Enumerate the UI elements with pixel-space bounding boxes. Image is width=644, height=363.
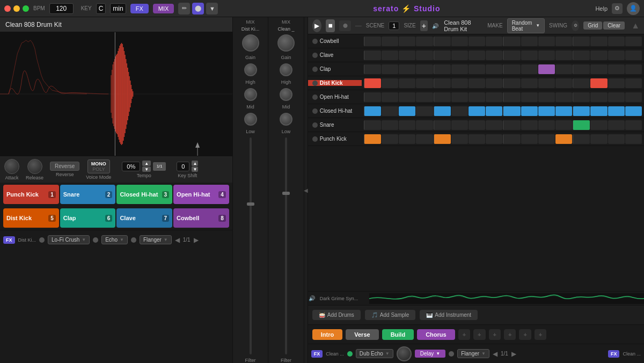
drum-step[interactable] <box>434 50 451 60</box>
drum-step[interactable] <box>555 134 572 144</box>
fx-button[interactable]: FX <box>130 4 149 13</box>
drum-step[interactable] <box>555 50 572 60</box>
key-shift-down[interactable]: ▼ <box>192 166 198 172</box>
drum-step[interactable] <box>608 120 625 130</box>
drum-step[interactable] <box>364 92 381 102</box>
fx-prev[interactable]: ◀ <box>175 236 180 244</box>
drum-mute-icon[interactable] <box>312 108 318 114</box>
drum-step[interactable] <box>382 78 398 88</box>
drum-step[interactable] <box>451 64 468 74</box>
stop-button[interactable]: ■ <box>326 19 335 32</box>
add-instrument-button[interactable]: 🎹Add Instrument <box>420 310 478 320</box>
minus-btn[interactable]: — <box>355 21 362 30</box>
section-btn-empty[interactable]: + <box>458 329 470 340</box>
drum-step[interactable] <box>469 134 485 144</box>
drum-step[interactable] <box>382 92 398 102</box>
drum-step[interactable] <box>590 120 607 130</box>
drum-step[interactable] <box>382 50 398 60</box>
key-shift-value[interactable]: 0 <box>177 162 189 171</box>
drum-step[interactable] <box>625 120 642 130</box>
drum-step[interactable] <box>521 78 538 88</box>
delay-select[interactable]: Delay▼ <box>415 350 446 358</box>
fx-select-3[interactable]: Flanger▼ <box>140 235 172 244</box>
mix-col1-low-knob[interactable] <box>244 113 257 126</box>
drum-step[interactable] <box>364 64 381 74</box>
drum-step[interactable] <box>469 78 485 88</box>
drum-step[interactable] <box>469 120 485 130</box>
drum-step[interactable] <box>590 92 607 102</box>
drum-step[interactable] <box>521 92 538 102</box>
drum-mute-icon[interactable] <box>312 81 318 86</box>
drum-step[interactable] <box>486 37 502 46</box>
drum-step[interactable] <box>416 37 433 46</box>
drum-step[interactable] <box>416 78 433 88</box>
edit-icon[interactable]: ✏ <box>178 3 190 14</box>
drum-step[interactable] <box>555 120 572 130</box>
release-knob[interactable] <box>27 159 42 174</box>
key-value[interactable]: C <box>96 3 106 14</box>
drum-step[interactable] <box>590 50 607 60</box>
drum-step[interactable] <box>382 106 398 116</box>
drum-step[interactable] <box>364 50 381 60</box>
pad-clap[interactable]: Clap6 <box>60 208 116 228</box>
mix-col1-gain-knob[interactable] <box>242 34 259 52</box>
drum-step[interactable] <box>451 134 468 144</box>
drum-step[interactable] <box>590 78 607 88</box>
drum-step[interactable] <box>625 37 642 46</box>
drum-step[interactable] <box>399 92 415 102</box>
drum-step[interactable] <box>399 78 415 88</box>
swing-knob[interactable]: ⚙ <box>572 20 579 31</box>
drum-step[interactable] <box>555 92 572 102</box>
drum-step[interactable] <box>469 92 485 102</box>
drum-step[interactable] <box>521 37 538 46</box>
section-btn-intro[interactable]: Intro <box>312 329 342 340</box>
drum-step[interactable] <box>521 134 538 144</box>
drum-step[interactable] <box>434 78 451 88</box>
drum-step[interactable] <box>573 120 590 130</box>
drum-step[interactable] <box>573 37 590 46</box>
drum-step[interactable] <box>503 134 520 144</box>
drum-step[interactable] <box>451 92 468 102</box>
section-btn-empty[interactable]: + <box>504 329 516 340</box>
drum-step[interactable] <box>590 106 607 116</box>
drum-step[interactable] <box>364 37 381 46</box>
drum-step[interactable] <box>625 64 642 74</box>
fx-toggle-2[interactable] <box>93 237 98 243</box>
drum-step[interactable] <box>538 50 555 60</box>
scene-value[interactable]: 1 <box>389 21 399 30</box>
drum-step[interactable] <box>486 120 502 130</box>
drum-step[interactable] <box>503 50 520 60</box>
section-btn-build[interactable]: Build <box>382 329 414 340</box>
strip-collapse-btn[interactable]: ◀ <box>304 17 308 363</box>
drum-step[interactable] <box>486 64 502 74</box>
fx-select-2[interactable]: Echo▼ <box>101 235 128 244</box>
drum-step[interactable] <box>573 78 590 88</box>
drum-step[interactable] <box>399 120 415 130</box>
drum-step[interactable] <box>590 134 607 144</box>
mix-col2-mid-knob[interactable] <box>280 88 292 101</box>
drum-step[interactable] <box>625 78 642 88</box>
drum-step[interactable] <box>451 106 468 116</box>
drum-step[interactable] <box>503 37 520 46</box>
drum-step[interactable] <box>555 37 572 46</box>
drum-step[interactable] <box>521 106 538 116</box>
loop-indicator[interactable]: ⬤ <box>339 20 351 31</box>
drum-step[interactable] <box>608 106 625 116</box>
drum-step[interactable] <box>434 92 451 102</box>
fx-toggle-1[interactable] <box>39 237 45 243</box>
drum-step[interactable] <box>625 134 642 144</box>
clear-button[interactable]: Clear <box>603 21 625 30</box>
more-icon[interactable]: ▼ <box>206 3 218 14</box>
right-fx-select-1[interactable]: Dub Echo▼ <box>356 349 393 358</box>
attack-knob[interactable] <box>4 159 19 174</box>
drum-step[interactable] <box>382 134 398 144</box>
drum-step[interactable] <box>573 92 590 102</box>
drum-step[interactable] <box>538 106 555 116</box>
drum-step[interactable] <box>503 120 520 130</box>
tempo-up[interactable]: ▲ <box>142 161 151 166</box>
drum-mute-icon[interactable] <box>312 122 318 128</box>
drum-step[interactable] <box>503 92 520 102</box>
voice-mode-box[interactable]: MONO POLY <box>87 159 110 173</box>
drum-step[interactable] <box>364 120 381 130</box>
drum-step[interactable] <box>469 64 485 74</box>
